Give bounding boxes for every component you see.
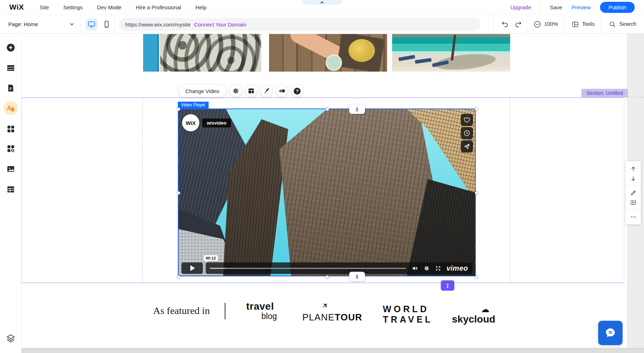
site-url-bar[interactable]: https://www.wix.com/mysite Connect Your …	[119, 18, 481, 31]
undo-button[interactable]	[501, 20, 509, 29]
logo-text: blog	[246, 312, 277, 320]
menu-item-dev-mode[interactable]: Dev Mode	[97, 4, 121, 10]
photo-detail	[326, 54, 342, 71]
paper-plane-icon	[463, 143, 470, 150]
logo-world-travel[interactable]: WORLD TRAVEL	[383, 304, 433, 325]
app-market-button[interactable]	[6, 124, 15, 134]
stretch-handle-top[interactable]	[349, 105, 365, 114]
my-business-button[interactable]	[6, 144, 15, 153]
add-elements-button[interactable]	[6, 43, 15, 52]
tools-label[interactable]: Tools	[582, 21, 595, 27]
settings-button[interactable]	[230, 85, 242, 97]
add-section-button[interactable]	[6, 63, 15, 73]
redo-icon	[514, 20, 522, 28]
section-name-label[interactable]: Section: Untitled	[581, 89, 628, 97]
chevron-down-icon	[69, 21, 75, 27]
upgrade-link[interactable]: Upgrade	[511, 4, 531, 10]
zoom-level: 100%	[544, 21, 558, 27]
pages-button[interactable]	[6, 83, 15, 93]
layout-button[interactable]	[245, 85, 257, 97]
video-side-actions	[461, 114, 473, 153]
move-up-button[interactable]	[626, 164, 641, 174]
redo-button[interactable]	[514, 20, 522, 29]
channel-name[interactable]: wixvideo	[202, 119, 231, 127]
photo-detail	[348, 39, 375, 62]
media-button[interactable]	[6, 164, 15, 174]
design-button[interactable]	[260, 85, 273, 97]
change-video-button[interactable]: Change Video	[178, 85, 226, 97]
divider	[225, 303, 225, 319]
divider	[563, 15, 563, 33]
edit-section-button[interactable]	[626, 188, 641, 198]
share-button[interactable]	[461, 140, 473, 153]
vimeo-logo[interactable]: vimeo	[447, 264, 468, 272]
volume-icon[interactable]	[411, 265, 418, 272]
help-chat-button[interactable]	[598, 321, 623, 345]
zoom-out-button[interactable]	[533, 20, 542, 29]
tools-button[interactable]	[571, 20, 580, 29]
search-button[interactable]	[608, 20, 617, 29]
connect-domain-link[interactable]: Connect Your Domain	[194, 21, 247, 28]
featured-heading[interactable]: As featured in	[153, 305, 210, 316]
photo-detail	[160, 34, 261, 72]
section-right-edge	[624, 97, 624, 283]
timecode-tooltip: 00:12	[204, 255, 218, 261]
section-layout-button[interactable]	[626, 198, 641, 207]
logo-text: skycloud	[452, 314, 495, 325]
animation-button[interactable]	[276, 85, 288, 97]
section-bottom-boundary	[21, 282, 624, 283]
gear-icon	[232, 87, 239, 95]
photo-detail	[415, 58, 432, 64]
divider	[527, 15, 527, 33]
save-button[interactable]: Save	[550, 4, 562, 10]
resize-handle[interactable]	[177, 191, 180, 195]
logo-travel-blog[interactable]: travel blog	[246, 301, 277, 320]
resize-handle[interactable]	[475, 191, 478, 195]
more-actions-button[interactable]	[626, 212, 641, 222]
collapse-banner-tab[interactable]	[302, 0, 342, 5]
section-quick-actions	[626, 161, 641, 224]
photo-greek-street[interactable]	[143, 34, 261, 72]
publish-button[interactable]: Publish	[600, 2, 635, 13]
arrow-up-icon	[630, 166, 636, 172]
desktop-view-toggle[interactable]	[86, 18, 98, 30]
menu-item-help[interactable]: Help	[195, 4, 206, 10]
resize-handle[interactable]	[475, 275, 478, 279]
wix-logo[interactable]: WiX	[9, 3, 24, 11]
menu-item-settings[interactable]: Settings	[63, 4, 83, 10]
video-player-element[interactable]: Video Player WiX wixvideo	[178, 108, 476, 276]
menu-item-site[interactable]: Site	[40, 4, 49, 10]
resize-handle[interactable]	[177, 107, 180, 111]
resize-handle[interactable]	[326, 107, 329, 111]
layers-button[interactable]	[6, 334, 15, 343]
site-design-button[interactable]: A	[4, 101, 18, 115]
like-button[interactable]	[461, 114, 473, 126]
photo-food-table[interactable]	[269, 34, 387, 72]
logo-text: TRAVEL	[383, 314, 433, 325]
resize-handle[interactable]	[326, 275, 329, 279]
fullscreen-icon[interactable]	[435, 265, 441, 271]
page-selector-dropdown[interactable]: Page: Home	[8, 15, 75, 33]
section-resize-button[interactable]	[441, 280, 454, 291]
resize-handle[interactable]	[475, 107, 478, 111]
play-button[interactable]	[181, 262, 203, 274]
gear-icon[interactable]	[424, 265, 430, 271]
channel-avatar[interactable]: WiX	[182, 114, 199, 131]
photo-beach[interactable]	[392, 34, 510, 72]
progress-bar[interactable]	[210, 268, 406, 269]
help-button[interactable]: ?	[291, 85, 303, 97]
mobile-icon	[103, 20, 111, 28]
search-label[interactable]: Search	[619, 21, 636, 27]
editor-sidebar: A	[0, 34, 21, 353]
stretch-handle-bottom[interactable]	[349, 272, 365, 281]
preview-button[interactable]: Preview	[571, 4, 590, 10]
watch-later-button[interactable]	[461, 127, 473, 139]
move-down-button[interactable]	[626, 174, 641, 183]
divider	[493, 15, 493, 33]
resize-handle[interactable]	[177, 275, 180, 279]
mobile-view-toggle[interactable]	[101, 18, 113, 30]
logo-text: travel	[246, 301, 277, 311]
logo-text: WORLD	[383, 304, 433, 314]
menu-item-hire-professional[interactable]: Hire a Professional	[136, 4, 181, 10]
content-manager-button[interactable]	[6, 185, 15, 194]
